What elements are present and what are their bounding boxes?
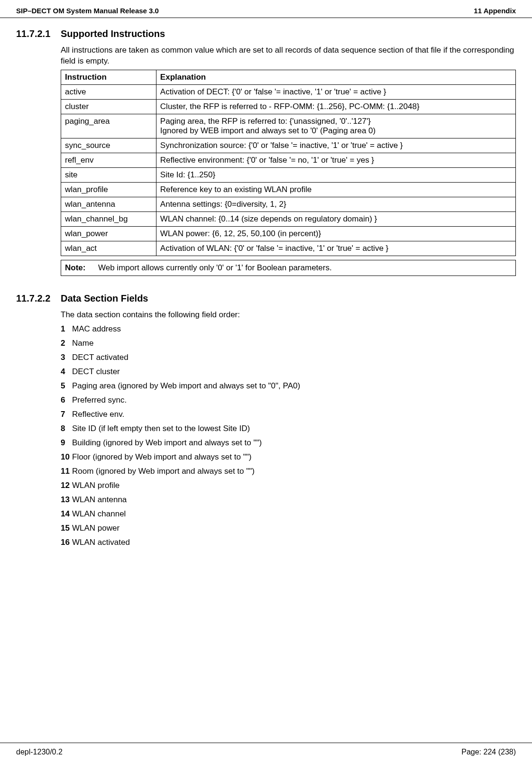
table-row: refl_envReflective environment: {'0' or … <box>61 153 516 167</box>
list-item-number: 8 <box>61 424 72 433</box>
footer-right: Page: 224 (238) <box>461 748 516 756</box>
list-item-text: WLAN antenna <box>72 495 127 505</box>
cell-instruction: active <box>61 84 156 99</box>
cell-instruction: sync_source <box>61 138 156 153</box>
cell-instruction: wlan_act <box>61 241 156 256</box>
list-item-text: MAC address <box>72 324 121 334</box>
list-item-text: WLAN activated <box>72 538 130 547</box>
page-content: 11.7.2.1Supported Instructions All instr… <box>0 28 532 547</box>
list-item-number: 5 <box>61 381 72 391</box>
table-row: wlan_channel_bgWLAN channel: {0..14 (siz… <box>61 211 516 226</box>
list-item: 12WLAN profile <box>61 481 516 490</box>
list-item: 14WLAN channel <box>61 509 516 519</box>
page-header: SIP–DECT OM System Manual Release 3.0 11… <box>0 0 532 18</box>
list-item: 10Floor (ignored by Web import and alway… <box>61 452 516 462</box>
list-item-text: WLAN power <box>72 524 119 533</box>
list-item-number: 13 <box>61 495 72 505</box>
list-item-number: 10 <box>61 452 72 462</box>
cell-instruction: wlan_power <box>61 226 156 241</box>
cell-explanation: Reflective environment: {'0' or 'false '… <box>156 153 515 167</box>
list-item-number: 9 <box>61 438 72 448</box>
table-row: wlan_powerWLAN power: {6, 12, 25, 50,100… <box>61 226 516 241</box>
table-row: siteSite Id: {1..250} <box>61 167 516 182</box>
list-item-text: DECT activated <box>72 353 128 362</box>
section-heading-1: 11.7.2.1Supported Instructions <box>16 28 516 39</box>
list-item-text: WLAN channel <box>72 509 126 519</box>
section-heading-2: 11.7.2.2Data Section Fields <box>16 293 516 304</box>
section2-intro: The data section contains the following … <box>61 310 516 321</box>
list-item-number: 4 <box>61 367 72 377</box>
cell-explanation: Activation of DECT: {'0' or 'false '= in… <box>156 84 515 99</box>
list-item-text: DECT cluster <box>72 367 120 377</box>
cell-instruction: wlan_profile <box>61 182 156 197</box>
list-item-text: WLAN profile <box>72 481 119 490</box>
note-text: Web import allows currently only '0' or … <box>98 263 332 273</box>
footer-left: depl-1230/0.2 <box>16 748 63 756</box>
table-row: activeActivation of DECT: {'0' or 'false… <box>61 84 516 99</box>
cell-instruction: site <box>61 167 156 182</box>
th-instruction: Instruction <box>61 70 156 84</box>
cell-explanation: Antenna settings: {0=diversity, 1, 2} <box>156 197 515 211</box>
list-item: 4DECT cluster <box>61 367 516 377</box>
page-footer: depl-1230/0.2 Page: 224 (238) <box>0 743 532 756</box>
list-item: 5Paging area (ignored by Web import and … <box>61 381 516 391</box>
list-item-number: 11 <box>61 467 72 476</box>
list-item-number: 3 <box>61 353 72 362</box>
section-title-2: Data Section Fields <box>61 293 148 303</box>
list-item: 13WLAN antenna <box>61 495 516 505</box>
note-label: Note: <box>65 263 98 273</box>
table-row: clusterCluster, the RFP is referred to -… <box>61 99 516 114</box>
cell-instruction: refl_env <box>61 153 156 167</box>
list-item: 1MAC address <box>61 324 516 334</box>
table-row: wlan_profileReference key to an existing… <box>61 182 516 197</box>
instructions-table: Instruction Explanation activeActivation… <box>61 70 516 256</box>
cell-explanation: Paging area, the RFP is referred to: {'u… <box>156 114 515 138</box>
table-row: wlan_actActivation of WLAN: {'0' or 'fal… <box>61 241 516 256</box>
cell-instruction: paging_area <box>61 114 156 138</box>
table-row: sync_sourceSynchronization source: {'0' … <box>61 138 516 153</box>
list-item-text: Floor (ignored by Web import and always … <box>72 452 251 462</box>
note-box: Note: Web import allows currently only '… <box>61 260 516 276</box>
list-item: 3DECT activated <box>61 353 516 362</box>
list-item: 16WLAN activated <box>61 538 516 547</box>
list-item-number: 15 <box>61 524 72 533</box>
list-item: 15WLAN power <box>61 524 516 533</box>
table-header-row: Instruction Explanation <box>61 70 516 84</box>
table-row: paging_areaPaging area, the RFP is refer… <box>61 114 516 138</box>
cell-explanation: Synchronization source: {'0' or 'false '… <box>156 138 515 153</box>
cell-explanation: Reference key to an existing WLAN profil… <box>156 182 515 197</box>
list-item-text: Name <box>72 339 93 348</box>
list-item-text: Preferred sync. <box>72 395 127 405</box>
list-item-number: 2 <box>61 339 72 348</box>
list-item: 11Room (ignored by Web import and always… <box>61 467 516 476</box>
cell-instruction: wlan_antenna <box>61 197 156 211</box>
list-item-text: Room (ignored by Web import and always s… <box>72 467 255 476</box>
section1-intro: All instructions are taken as common val… <box>61 45 516 67</box>
list-item-text: Building (ignored by Web import and alwa… <box>72 438 262 448</box>
section-number-2: 11.7.2.2 <box>16 293 61 304</box>
list-item-text: Reflective env. <box>72 410 124 419</box>
list-item: 7Reflective env. <box>61 410 516 419</box>
section-number-1: 11.7.2.1 <box>16 28 61 39</box>
data-fields-list: 1MAC address2Name3DECT activated4DECT cl… <box>61 324 516 547</box>
list-item-text: Paging area (ignored by Web import and a… <box>72 381 300 391</box>
list-item-number: 14 <box>61 509 72 519</box>
list-item-text: Site ID (if left empty then set to the l… <box>72 424 250 433</box>
cell-explanation: Cluster, the RFP is referred to - RFP-OM… <box>156 99 515 114</box>
cell-explanation: WLAN channel: {0..14 (size depends on re… <box>156 211 515 226</box>
header-left: SIP–DECT OM System Manual Release 3.0 <box>16 7 159 15</box>
cell-explanation: Activation of WLAN: {'0' or 'false '= in… <box>156 241 515 256</box>
th-explanation: Explanation <box>156 70 515 84</box>
header-right: 11 Appendix <box>474 7 516 15</box>
list-item-number: 7 <box>61 410 72 419</box>
list-item: 6Preferred sync. <box>61 395 516 405</box>
list-item: 2Name <box>61 339 516 348</box>
cell-instruction: cluster <box>61 99 156 114</box>
section-title-1: Supported Instructions <box>61 28 165 39</box>
list-item: 9Building (ignored by Web import and alw… <box>61 438 516 448</box>
list-item-number: 12 <box>61 481 72 490</box>
cell-explanation: WLAN power: {6, 12, 25, 50,100 (in perce… <box>156 226 515 241</box>
cell-explanation: Site Id: {1..250} <box>156 167 515 182</box>
list-item-number: 16 <box>61 538 72 547</box>
table-row: wlan_antennaAntenna settings: {0=diversi… <box>61 197 516 211</box>
